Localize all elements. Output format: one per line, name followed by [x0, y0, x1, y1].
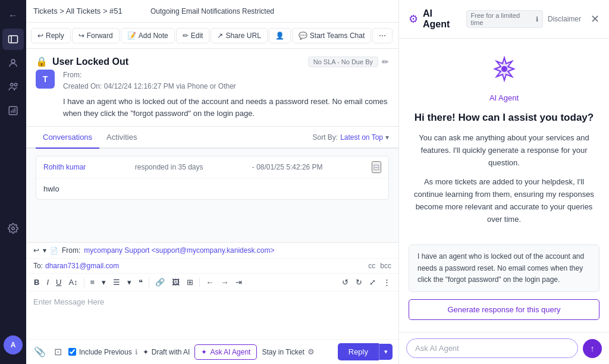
- ai-desc1: You can ask me anything about your servi…: [409, 132, 599, 169]
- composer-from-value: mycompany Support <support@mycompany.kan…: [84, 246, 274, 255]
- ticket-created-on: Created On: 04/12/24 12:16:27 PM via Pho…: [63, 81, 389, 92]
- image-button[interactable]: 🖼: [169, 276, 183, 288]
- assign-icon: 👤: [275, 32, 284, 40]
- ask-ai-input[interactable]: [406, 338, 578, 358]
- forward-button[interactable]: ↪ Forward: [72, 28, 120, 43]
- font-size-button[interactable]: A↕: [65, 276, 80, 288]
- redo-button[interactable]: ↻: [353, 276, 365, 288]
- composer-body[interactable]: Enter Message Here: [26, 291, 398, 339]
- share-icon: ↗: [217, 32, 223, 40]
- unordered-list-dropdown[interactable]: ▾: [124, 276, 134, 288]
- ai-close-button[interactable]: ✕: [591, 12, 599, 26]
- dropdown-icon: ▾: [43, 246, 46, 255]
- link-button[interactable]: 🔗: [152, 276, 168, 288]
- conv-collapse-button[interactable]: ⊟: [372, 161, 381, 173]
- stay-in-ticket-settings[interactable]: ⚙: [307, 347, 315, 356]
- tab-activities[interactable]: Activities: [99, 127, 144, 149]
- edit-button[interactable]: ✏ Edit: [176, 28, 210, 43]
- include-previous-label[interactable]: Include Previous ℹ: [68, 348, 138, 356]
- composer-from-icon: 📄: [50, 247, 58, 255]
- underline-button[interactable]: U: [53, 276, 64, 288]
- composer-to-row: To: dharan731@gmail.com cc bcc: [26, 259, 398, 274]
- unordered-list-button[interactable]: ☰: [110, 276, 123, 288]
- edit-ticket-button[interactable]: ✏: [382, 57, 389, 67]
- composer-from-row: ↩ ▾ 📄 From: mycompany Support <support@m…: [26, 243, 398, 259]
- composer-footer: 📎 ⊡ Include Previous ℹ ✦ Draft with AI ✦…: [26, 339, 398, 364]
- reply-send-button[interactable]: Reply: [338, 343, 379, 360]
- more-formatting-button[interactable]: ⋮: [380, 276, 394, 288]
- ai-panel-title: AI Agent: [423, 8, 462, 30]
- ordered-list-button[interactable]: ≡: [87, 276, 98, 288]
- svg-point-3: [11, 83, 14, 86]
- ai-context-box: I have an agent who is locked out of the…: [409, 244, 599, 292]
- conversations-list: Rohith kumar responded in 35 days - 08/0…: [26, 149, 398, 213]
- back-icon[interactable]: ←: [2, 5, 24, 26]
- info-icon: ℹ: [135, 348, 138, 356]
- info-badge-icon: ℹ: [536, 15, 538, 23]
- fullscreen-button[interactable]: ⤢: [366, 276, 379, 288]
- ask-ai-agent-button[interactable]: ✦ Ask AI Agent: [194, 344, 257, 360]
- reports-icon[interactable]: [2, 100, 24, 121]
- ai-greeting: Hi there! How can I assist you today?: [415, 112, 594, 124]
- avatar[interactable]: A: [4, 335, 23, 354]
- tab-conversations[interactable]: Conversations: [36, 127, 99, 149]
- disclaimer-link[interactable]: Disclaimer: [548, 15, 581, 23]
- svg-point-10: [501, 66, 507, 72]
- undo-button[interactable]: ↺: [339, 276, 351, 288]
- assign-icon-button[interactable]: 👤: [269, 28, 291, 43]
- ticket-icon[interactable]: [2, 29, 24, 50]
- chevron-down-icon: ▾: [385, 133, 389, 142]
- sla-badge: No SLA - No Due By: [308, 57, 378, 67]
- composer: ↩ ▾ 📄 From: mycompany Support <support@m…: [26, 242, 398, 364]
- undo-arrow-button[interactable]: ←: [203, 276, 216, 288]
- ai-panel-body: AI Agent Hi there! How can I assist you …: [399, 39, 609, 332]
- add-note-button[interactable]: 📝 Add Note: [121, 28, 175, 43]
- cc-button[interactable]: cc: [368, 262, 375, 270]
- ask-ai-icon: ✦: [201, 348, 207, 356]
- ai-logo-label: AI Agent: [489, 93, 519, 102]
- redo-arrow-button[interactable]: →: [218, 276, 231, 288]
- reply-button[interactable]: ↩ Reply: [31, 28, 71, 43]
- ticket-from: From:: [63, 70, 389, 81]
- ai-gear-icon: ⚙: [409, 12, 418, 26]
- italic-button[interactable]: I: [43, 276, 52, 288]
- ai-logo-svg: [485, 51, 523, 89]
- ticket-body: I have an agent who is locked out of the…: [63, 96, 389, 119]
- ticket-header: 🔒 User Locked Out No SLA - No Due By ✏ T…: [26, 49, 398, 127]
- toolbar: ↩ Reply ↪ Forward 📝 Add Note ✏ Edit ↗ Sh…: [26, 23, 398, 49]
- draft-with-ai-button[interactable]: ✦ Draft with AI: [143, 348, 190, 356]
- table-button[interactable]: ⊞: [184, 276, 196, 288]
- more-actions-button[interactable]: ⋯: [372, 28, 393, 43]
- ordered-list-dropdown[interactable]: ▾: [99, 276, 109, 288]
- ai-panel-header: ⚙ AI Agent Free for a limited time ℹ Dis…: [399, 0, 609, 39]
- indent-button[interactable]: ⇥: [233, 276, 245, 288]
- ai-badge: Free for a limited time ℹ: [466, 10, 543, 28]
- ai-send-button[interactable]: ↑: [583, 339, 602, 358]
- contacts-icon[interactable]: [2, 52, 24, 74]
- tabs: Conversations Activities Sort By: Latest…: [26, 127, 398, 149]
- note-icon: 📝: [127, 32, 136, 40]
- conv-body: hwlo: [36, 178, 388, 199]
- reply-dropdown-button[interactable]: ▾: [379, 344, 393, 360]
- breadcrumb: Tickets > All Tickets > #51: [33, 7, 123, 15]
- lock-icon: 🔒: [36, 56, 48, 67]
- users-icon[interactable]: [2, 76, 24, 98]
- main-content: Tickets > All Tickets > #51 Outgoing Ema…: [26, 0, 398, 364]
- snippet-button[interactable]: ⊡: [52, 344, 64, 359]
- ticket-area: 🔒 User Locked Out No SLA - No Due By ✏ T…: [26, 49, 398, 242]
- sort-by[interactable]: Sort By: Latest on Top ▾: [312, 133, 389, 142]
- sidebar: ← A: [0, 0, 26, 364]
- share-url-button[interactable]: ↗ Share URL: [211, 28, 267, 43]
- settings-icon[interactable]: [2, 218, 24, 239]
- svg-point-9: [12, 227, 15, 230]
- conv-sender: Rohith kumar: [43, 163, 86, 171]
- ai-desc2: As more tickets are added to your helpde…: [409, 176, 599, 225]
- blockquote-button[interactable]: ❝: [136, 276, 146, 288]
- include-previous-checkbox[interactable]: [68, 348, 76, 356]
- formatting-toolbar: B I U A↕ ≡ ▾ ☰ ▾ ❝ 🔗 🖼 ⊞ ← → ⇥ ↺ ↻ ⤢ ⋮: [26, 274, 398, 291]
- bcc-button[interactable]: bcc: [380, 262, 391, 270]
- bold-button[interactable]: B: [31, 276, 42, 288]
- attachment-button[interactable]: 📎: [32, 344, 48, 359]
- start-teams-button[interactable]: 💬 Start Teams Chat: [292, 28, 371, 43]
- generate-response-button[interactable]: Generate response for this query: [409, 299, 599, 320]
